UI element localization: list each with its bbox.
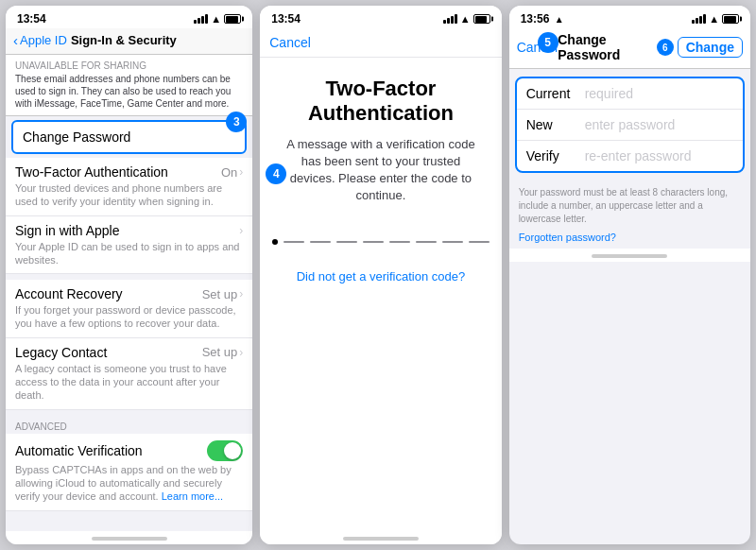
panel-two-factor: 13:54 ▲ Cancel Two-Factor Authentication… xyxy=(260,6,501,544)
sign-in-apple-title: Sign in with Apple xyxy=(15,223,120,238)
legacy-contact-value: Set up xyxy=(202,345,238,359)
code-dash-3 xyxy=(336,241,357,243)
chevron-left-icon: ‹ xyxy=(13,32,18,48)
status-icons-3: ▲ xyxy=(692,13,739,25)
two-factor-value: On xyxy=(221,165,237,180)
verify-password-field[interactable]: Verify re-enter password xyxy=(517,141,743,171)
tfa-cancel-button[interactable]: Cancel xyxy=(269,35,311,50)
chevron-icon-4: › xyxy=(239,346,243,359)
battery-icon-3 xyxy=(722,14,739,24)
current-field-placeholder: required xyxy=(585,86,633,101)
back-button-apple-id[interactable]: ‹ Apple ID xyxy=(13,32,67,48)
verification-code-input[interactable] xyxy=(260,224,501,260)
panel-change-password: 13:56 ▲ ▲ 5 Cancel Change Password 6 Cha… xyxy=(509,6,750,544)
time-3: 13:56 ▲ xyxy=(521,12,564,26)
account-recovery-value: Set up xyxy=(202,287,238,301)
home-indicator-3 xyxy=(509,249,750,262)
auto-verification-toggle[interactable] xyxy=(207,440,243,461)
code-dash-5 xyxy=(389,241,410,243)
tfa-title: Two-Factor Authentication xyxy=(260,58,501,136)
legacy-contact-desc: A legacy contact is someone you trust to… xyxy=(15,362,243,403)
auto-verification-desc: Bypass CAPTCHAs in apps and on the web b… xyxy=(15,463,243,504)
code-dash-4 xyxy=(363,241,384,243)
account-recovery-title: Account Recovery xyxy=(15,286,123,301)
legacy-contact-title: Legacy Contact xyxy=(15,345,107,360)
two-factor-desc: Your trusted devices and phone numbers a… xyxy=(15,181,243,209)
nav-title-1: Sign-In & Security xyxy=(71,33,177,47)
new-password-field[interactable]: New enter password xyxy=(517,110,743,141)
sharing-section: Unavailable for sharing These email addr… xyxy=(6,55,252,116)
unavailable-label: Unavailable for sharing xyxy=(15,60,243,71)
code-dash-1 xyxy=(284,241,304,243)
legacy-contact-item[interactable]: Legacy Contact Set up › A legacy contact… xyxy=(6,338,252,410)
step-badge-4: 4 xyxy=(266,163,286,184)
current-password-field[interactable]: Current required xyxy=(517,78,743,110)
sharing-description: These email addresses and phone numbers … xyxy=(15,73,243,110)
two-factor-item[interactable]: Two-Factor Authentication On › Your trus… xyxy=(6,158,252,216)
change-password-item[interactable]: Change Password xyxy=(11,120,247,154)
chevron-icon: › xyxy=(239,165,243,179)
resend-code-button[interactable]: Did not get a verification code? xyxy=(260,260,501,293)
step-badge-5: 5 xyxy=(538,32,558,53)
password-rules: Your password must be at least 8 charact… xyxy=(509,180,750,232)
step-badge-6: 6 xyxy=(657,39,674,56)
tfa-description: A message with a verification code has b… xyxy=(260,136,501,224)
battery-icon-2 xyxy=(473,14,490,24)
auto-verification-title: Automatic Verification xyxy=(15,443,143,458)
chevron-icon-3: › xyxy=(239,287,243,301)
battery-icon xyxy=(224,14,241,24)
wifi-icon-2: ▲ xyxy=(460,13,471,25)
current-field-label: Current xyxy=(526,86,579,101)
home-indicator-2 xyxy=(260,531,501,544)
change-password-title: Change Password xyxy=(23,129,235,145)
wifi-icon-3: ▲ xyxy=(709,13,719,25)
time-1: 13:54 xyxy=(17,12,46,26)
learn-more-link[interactable]: Learn more... xyxy=(162,490,223,502)
tfa-nav: Cancel xyxy=(260,28,501,58)
two-factor-title: Two-Factor Authentication xyxy=(15,164,168,180)
signal-icon-2 xyxy=(443,14,457,24)
signal-icon xyxy=(194,14,208,24)
change-password-nav-title: Change Password xyxy=(558,32,656,62)
code-char-1 xyxy=(272,239,278,245)
password-form[interactable]: Current required New enter password Veri… xyxy=(515,77,745,173)
advanced-label: ADVANCED xyxy=(6,416,252,434)
code-dash-6 xyxy=(416,241,437,243)
change-password-nav: 5 Cancel Change Password 6 Change xyxy=(509,28,750,69)
nav-bar-1: ‹ Apple ID Sign-In & Security xyxy=(6,28,252,55)
settings-list: Change Password Two-Factor Authenticatio… xyxy=(6,116,252,531)
auto-verification-item[interactable]: Automatic Verification Bypass CAPTCHAs i… xyxy=(6,434,252,511)
new-field-placeholder: enter password xyxy=(585,117,676,132)
sign-in-apple-item[interactable]: Sign in with Apple › Your Apple ID can b… xyxy=(6,216,252,275)
sign-in-apple-desc: Your Apple ID can be used to sign in to … xyxy=(15,240,243,267)
code-dash-7 xyxy=(442,241,463,243)
home-indicator-1 xyxy=(6,531,252,544)
verify-field-label: Verify xyxy=(526,148,579,163)
code-dash-8 xyxy=(469,241,490,243)
tfa-content: Two-Factor Authentication A message with… xyxy=(260,58,501,531)
code-dash-2 xyxy=(310,241,331,243)
status-icons-1: ▲ xyxy=(194,13,241,25)
chevron-icon-2: › xyxy=(239,224,243,237)
status-bar-1: 13:54 ▲ xyxy=(6,6,252,28)
verify-field-placeholder: re-enter password xyxy=(585,148,692,163)
status-bar-3: 13:56 ▲ ▲ xyxy=(509,6,750,28)
time-2: 13:54 xyxy=(271,12,301,26)
change-button[interactable]: Change xyxy=(678,37,743,58)
location-icon: ▲ xyxy=(555,14,564,25)
status-icons-2: ▲ xyxy=(443,13,490,25)
status-bar-2: 13:54 ▲ xyxy=(260,6,501,28)
panel-signin-security: 13:54 ▲ ‹ Apple ID Sign-In & Security Un… xyxy=(6,6,252,544)
wifi-icon: ▲ xyxy=(211,13,221,25)
forgotten-password-link[interactable]: Forgotten password? xyxy=(509,232,750,249)
signal-icon-3 xyxy=(692,14,706,24)
account-recovery-desc: If you forget your password or device pa… xyxy=(15,303,243,331)
back-label: Apple ID xyxy=(20,33,67,47)
account-recovery-item[interactable]: Account Recovery Set up › If you forget … xyxy=(6,280,252,338)
new-field-label: New xyxy=(526,117,579,132)
code-area-wrapper: 4 xyxy=(260,224,501,260)
